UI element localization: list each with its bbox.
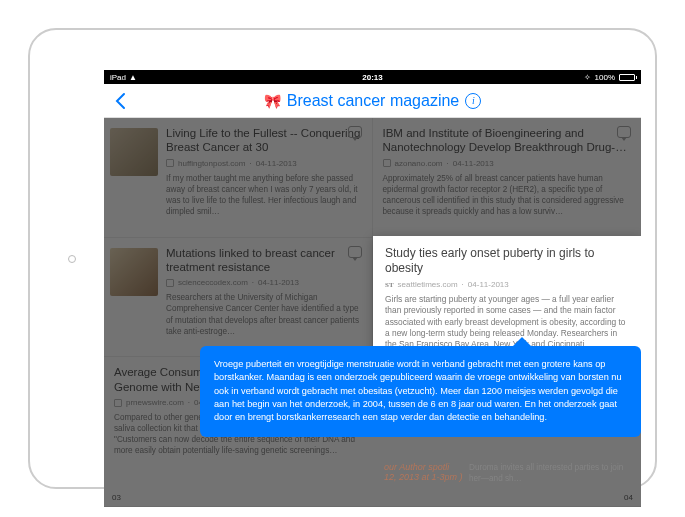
bluetooth-icon: ✧	[584, 73, 591, 82]
source-icon	[383, 159, 391, 167]
article-title: Living Life to the Fullest -- Conquering…	[166, 126, 362, 155]
article-card[interactable]: IBM and Institute of Bioengineering and …	[373, 118, 642, 238]
article-meta: huffingtonpost.com · 04-11-2013	[166, 159, 362, 168]
content-area: Living Life to the Fullest -- Conquering…	[104, 118, 641, 507]
article-source: azonano.com	[395, 159, 443, 168]
article-date: 04-11-2013	[468, 280, 509, 289]
article-source: scienceccodex.com	[178, 278, 248, 287]
article-meta: scienceccodex.com · 04-11-2013	[166, 278, 362, 287]
article-excerpt: Approximately 25% of all breast cancer p…	[383, 173, 632, 217]
carrier-label: iPad	[110, 73, 126, 82]
article-card[interactable]: Living Life to the Fullest -- Conquering…	[104, 118, 373, 238]
article-date: 04-11-2013	[258, 278, 299, 287]
battery-icon	[619, 74, 635, 81]
article-meta: ST seattletimes.com · 04-11-2013	[385, 280, 629, 289]
camera-dot	[68, 255, 76, 263]
info-icon[interactable]: i	[465, 93, 481, 109]
translation-tooltip[interactable]: Vroege puberteit en vroegtijdige menstru…	[200, 346, 641, 437]
status-bar: iPad ▲ 20:13 ✧ 100%	[104, 70, 641, 84]
article-title: IBM and Institute of Bioengineering and …	[383, 126, 632, 155]
page-number-right: 04	[624, 493, 633, 502]
article-card[interactable]: Mutations linked to breast cancer treatm…	[104, 238, 373, 358]
article-excerpt: Researchers at the University of Michiga…	[166, 292, 362, 336]
article-source: prnewswire.com	[126, 398, 184, 407]
tooltip-text: Vroege puberteit en vroegtijdige menstru…	[214, 359, 622, 422]
article-thumbnail	[110, 128, 158, 176]
comment-icon[interactable]	[348, 246, 362, 258]
partial-excerpt: Duroma invites all interested parties to…	[469, 462, 631, 484]
source-icon: ST	[385, 281, 394, 289]
back-button[interactable]	[114, 91, 134, 111]
clock: 20:13	[285, 73, 460, 82]
page-number-left: 03	[112, 493, 121, 502]
battery-pct: 100%	[595, 73, 615, 82]
source-icon	[166, 159, 174, 167]
article-thumbnail	[110, 248, 158, 296]
partial-text: our Author spotli 12, 2013 at 1-3pm )	[384, 462, 463, 482]
wifi-icon: ▲	[129, 73, 137, 82]
article-title: Study ties early onset puberty in girls …	[385, 246, 629, 276]
article-date: 04-11-2013	[256, 159, 297, 168]
article-source: huffingtonpost.com	[178, 159, 245, 168]
source-icon	[166, 279, 174, 287]
article-meta: azonano.com · 04-11-2013	[383, 159, 632, 168]
comment-icon[interactable]	[348, 126, 362, 138]
article-excerpt: Girls are starting puberty at younger ag…	[385, 294, 629, 351]
comment-icon[interactable]	[617, 126, 631, 138]
article-date: 04-11-2013	[453, 159, 494, 168]
page-title: Breast cancer magazine	[287, 92, 460, 110]
source-icon	[114, 399, 122, 407]
screen: iPad ▲ 20:13 ✧ 100% 🎀 Breast cancer maga…	[104, 70, 641, 507]
article-excerpt: If my mother taught me anything before s…	[166, 173, 362, 217]
article-source: seattletimes.com	[398, 280, 458, 289]
highlighted-article-card[interactable]: Study ties early onset puberty in girls …	[373, 236, 641, 363]
article-title: Mutations linked to breast cancer treatm…	[166, 246, 362, 275]
ipad-frame: iPad ▲ 20:13 ✧ 100% 🎀 Breast cancer maga…	[28, 28, 657, 489]
ribbon-icon: 🎀	[264, 93, 281, 109]
nav-bar: 🎀 Breast cancer magazine i	[104, 84, 641, 118]
